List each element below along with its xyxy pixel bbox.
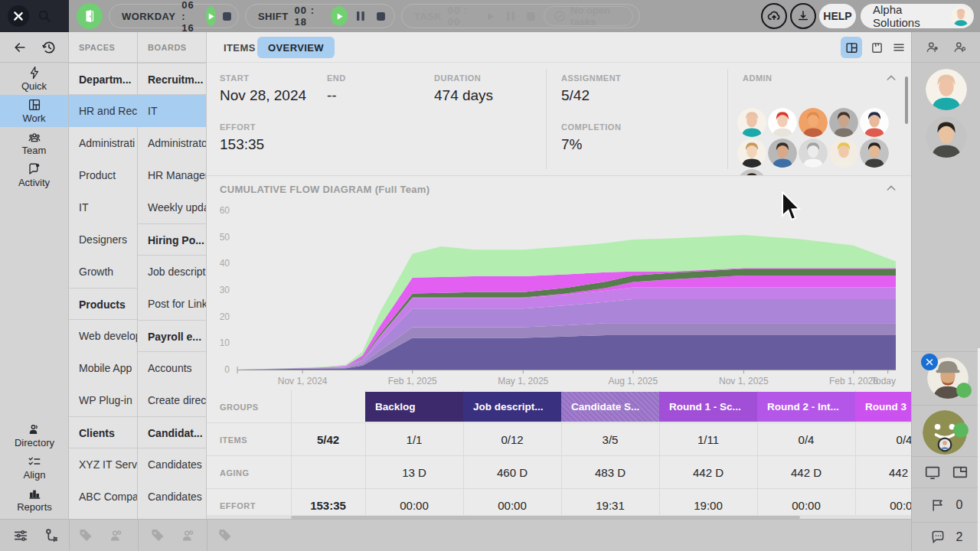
admin-avatar[interactable] [767, 138, 798, 168]
admin-avatar[interactable] [737, 168, 767, 176]
space-item[interactable]: IT [69, 191, 137, 223]
cell-effort-1: 00:00 [463, 489, 561, 515]
cell-effort-4: 00:00 [757, 489, 855, 515]
admin-scrollbar[interactable] [905, 77, 908, 124]
board-item[interactable]: Hiring Po... [138, 223, 206, 256]
kanban-view-button[interactable] [866, 37, 887, 58]
space-item[interactable]: Mobile App [69, 352, 137, 384]
sidebar-item-align[interactable]: Align [0, 452, 69, 484]
group-header-2[interactable]: Candidate S... [561, 392, 659, 422]
admin-avatar[interactable] [859, 138, 890, 168]
boards-panel: BOARDS Recruitm...ITAdministratoHR Manag… [138, 32, 207, 519]
left-rail-bottom-items: DirectoryAlignReports [0, 419, 69, 516]
board-item[interactable]: Accounts [138, 352, 206, 384]
space-item[interactable]: Growth [69, 256, 137, 288]
cloud-upload-button[interactable] [761, 3, 787, 29]
stat-label: DURATION [434, 73, 493, 83]
monitor-icon[interactable] [924, 464, 941, 481]
board-item[interactable]: Recruitm... [138, 63, 206, 95]
person-check-icon[interactable] [952, 40, 968, 55]
board-item[interactable]: HR Manager [138, 159, 206, 191]
tab-bar: ITEMS OVERVIEW [207, 32, 911, 63]
group-header-4[interactable]: Round 2 - Int... [757, 392, 855, 422]
teammate-avatar[interactable] [926, 69, 967, 110]
shift-play-button[interactable] [331, 6, 348, 26]
person-status-icon[interactable] [925, 40, 940, 55]
admin-avatar[interactable] [859, 107, 890, 138]
sidebar-item-quick[interactable]: Quick [0, 63, 68, 95]
space-item[interactable]: Products [69, 288, 137, 320]
teammate-avatar[interactable] [926, 116, 967, 158]
tag-icon[interactable] [217, 528, 233, 543]
back-arrow-icon[interactable] [12, 40, 28, 55]
app-logo-icon[interactable] [8, 5, 29, 27]
cell-effort-3: 19:00 [659, 489, 757, 515]
space-item[interactable]: Clients [69, 416, 137, 448]
board-item[interactable]: Administrato [138, 127, 206, 159]
board-item[interactable]: Candidates [138, 448, 206, 481]
tag-icon[interactable] [78, 528, 93, 543]
board-item[interactable]: Job descript [138, 256, 206, 288]
space-item[interactable]: Product [69, 159, 137, 191]
space-item[interactable]: WP Plug-in [69, 384, 137, 416]
search-icon[interactable] [37, 8, 52, 24]
shift-stop-button[interactable] [374, 8, 388, 24]
board-item[interactable]: Candidates [138, 481, 206, 513]
task-stop-button[interactable] [524, 8, 537, 24]
admin-avatar[interactable] [798, 138, 828, 168]
checkin-door-button[interactable] [77, 3, 103, 29]
space-item[interactable]: ABC Compa [69, 481, 137, 513]
admin-avatar[interactable] [767, 107, 798, 138]
sidebar-item-work[interactable]: Work [0, 95, 68, 127]
admin-avatar[interactable] [798, 107, 828, 138]
admin-avatar[interactable] [737, 138, 767, 168]
sidebar-item-team[interactable]: Team [0, 127, 68, 159]
board-item[interactable]: Post for Link [138, 288, 206, 320]
board-item[interactable]: Payroll e... [138, 320, 206, 352]
workday-stop-button[interactable] [222, 8, 232, 24]
task-play-button[interactable] [484, 8, 498, 24]
help-button[interactable]: HELP [819, 4, 856, 28]
space-item[interactable]: Departm... [69, 63, 137, 95]
people-icon[interactable] [181, 528, 196, 543]
download-button[interactable] [790, 3, 816, 29]
admin-avatar[interactable] [737, 107, 767, 138]
tag-icon[interactable] [150, 528, 165, 543]
account-name: Alpha Solutions [873, 3, 945, 29]
flag-icon[interactable] [930, 497, 946, 513]
route-map-icon[interactable] [43, 527, 60, 544]
list-view-button[interactable] [888, 37, 910, 58]
board-item[interactable]: IT [138, 95, 206, 127]
group-header-0[interactable]: Backlog [365, 392, 463, 422]
admin-avatar[interactable] [828, 107, 859, 138]
chart-collapse-chevron-icon[interactable] [885, 182, 897, 197]
history-icon[interactable] [41, 40, 57, 55]
tab-overview[interactable]: OVERVIEW [257, 37, 335, 58]
space-item[interactable]: Designers [69, 223, 137, 256]
sidebar-item-reports[interactable]: Reports [0, 484, 69, 516]
space-item[interactable]: Administrati [69, 127, 137, 159]
admin-avatar[interactable] [828, 138, 859, 168]
space-item[interactable]: HR and Recr [69, 95, 137, 127]
board-item[interactable]: Weekly upda [138, 191, 206, 223]
admin-collapse-chevron-icon[interactable] [885, 72, 897, 87]
group-header-3[interactable]: Round 1 - Sc... [659, 392, 757, 422]
workday-play-button[interactable] [206, 6, 216, 26]
chat-bubble-icon[interactable] [930, 530, 946, 545]
split-view-button[interactable] [841, 37, 862, 58]
task-pause-button[interactable] [504, 8, 518, 24]
group-header-5[interactable]: Round 3 [855, 392, 911, 422]
account-button[interactable]: Alpha Solutions [861, 4, 974, 28]
space-item[interactable]: XYZ IT Servi [69, 448, 137, 481]
shift-pause-button[interactable] [354, 8, 368, 24]
people-icon[interactable] [109, 528, 124, 543]
sidebar-item-directory[interactable]: Directory [0, 419, 69, 452]
board-item[interactable]: Create direc [138, 384, 206, 416]
space-item[interactable]: Web develop [69, 320, 137, 352]
filter-sliders-icon[interactable] [12, 527, 29, 544]
window-icon[interactable] [952, 464, 969, 481]
board-item[interactable]: Candidat... [138, 416, 206, 448]
sidebar-item-activity[interactable]: Activity [0, 159, 68, 191]
team-icon [28, 130, 41, 144]
group-header-1[interactable]: Job descript... [463, 392, 561, 422]
